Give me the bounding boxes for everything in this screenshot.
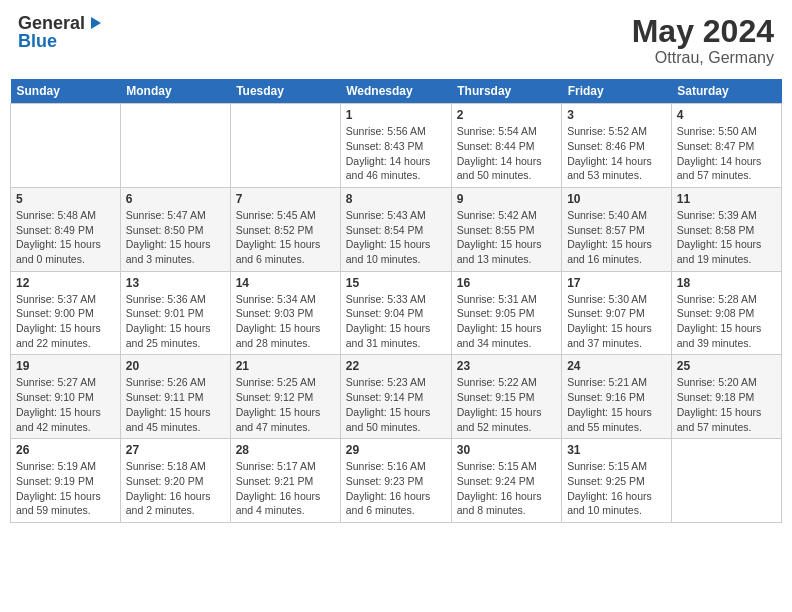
calendar-cell: 28Sunrise: 5:17 AMSunset: 9:21 PMDayligh…	[230, 439, 340, 523]
header-wednesday: Wednesday	[340, 79, 451, 104]
day-number: 25	[677, 359, 776, 373]
calendar-table: SundayMondayTuesdayWednesdayThursdayFrid…	[10, 79, 782, 523]
week-row-1: 1Sunrise: 5:56 AMSunset: 8:43 PMDaylight…	[11, 104, 782, 188]
day-detail: Sunrise: 5:26 AMSunset: 9:11 PMDaylight:…	[126, 375, 225, 434]
day-number: 5	[16, 192, 115, 206]
day-number: 7	[236, 192, 335, 206]
day-detail: Sunrise: 5:16 AMSunset: 9:23 PMDaylight:…	[346, 459, 446, 518]
day-number: 14	[236, 276, 335, 290]
calendar-cell: 4Sunrise: 5:50 AMSunset: 8:47 PMDaylight…	[671, 104, 781, 188]
calendar-cell: 1Sunrise: 5:56 AMSunset: 8:43 PMDaylight…	[340, 104, 451, 188]
calendar-cell: 15Sunrise: 5:33 AMSunset: 9:04 PMDayligh…	[340, 271, 451, 355]
day-detail: Sunrise: 5:30 AMSunset: 9:07 PMDaylight:…	[567, 292, 666, 351]
calendar-cell	[120, 104, 230, 188]
week-row-4: 19Sunrise: 5:27 AMSunset: 9:10 PMDayligh…	[11, 355, 782, 439]
day-number: 19	[16, 359, 115, 373]
calendar-cell: 8Sunrise: 5:43 AMSunset: 8:54 PMDaylight…	[340, 187, 451, 271]
day-number: 17	[567, 276, 666, 290]
day-detail: Sunrise: 5:37 AMSunset: 9:00 PMDaylight:…	[16, 292, 115, 351]
day-number: 2	[457, 108, 556, 122]
header-tuesday: Tuesday	[230, 79, 340, 104]
calendar-cell: 23Sunrise: 5:22 AMSunset: 9:15 PMDayligh…	[451, 355, 561, 439]
calendar-cell: 25Sunrise: 5:20 AMSunset: 9:18 PMDayligh…	[671, 355, 781, 439]
calendar-cell: 13Sunrise: 5:36 AMSunset: 9:01 PMDayligh…	[120, 271, 230, 355]
day-number: 27	[126, 443, 225, 457]
day-number: 18	[677, 276, 776, 290]
day-number: 28	[236, 443, 335, 457]
calendar-cell: 18Sunrise: 5:28 AMSunset: 9:08 PMDayligh…	[671, 271, 781, 355]
calendar-cell: 7Sunrise: 5:45 AMSunset: 8:52 PMDaylight…	[230, 187, 340, 271]
day-detail: Sunrise: 5:17 AMSunset: 9:21 PMDaylight:…	[236, 459, 335, 518]
logo: General Blue	[18, 14, 103, 50]
logo-blue-text: Blue	[18, 32, 57, 50]
logo-general-text: General	[18, 14, 85, 32]
calendar-header-row: SundayMondayTuesdayWednesdayThursdayFrid…	[11, 79, 782, 104]
day-detail: Sunrise: 5:31 AMSunset: 9:05 PMDaylight:…	[457, 292, 556, 351]
calendar-cell	[230, 104, 340, 188]
calendar-cell: 11Sunrise: 5:39 AMSunset: 8:58 PMDayligh…	[671, 187, 781, 271]
calendar-cell: 10Sunrise: 5:40 AMSunset: 8:57 PMDayligh…	[562, 187, 672, 271]
day-detail: Sunrise: 5:21 AMSunset: 9:16 PMDaylight:…	[567, 375, 666, 434]
calendar-cell: 17Sunrise: 5:30 AMSunset: 9:07 PMDayligh…	[562, 271, 672, 355]
day-detail: Sunrise: 5:56 AMSunset: 8:43 PMDaylight:…	[346, 124, 446, 183]
day-number: 24	[567, 359, 666, 373]
day-number: 10	[567, 192, 666, 206]
day-number: 21	[236, 359, 335, 373]
calendar-cell: 14Sunrise: 5:34 AMSunset: 9:03 PMDayligh…	[230, 271, 340, 355]
day-detail: Sunrise: 5:20 AMSunset: 9:18 PMDaylight:…	[677, 375, 776, 434]
day-detail: Sunrise: 5:25 AMSunset: 9:12 PMDaylight:…	[236, 375, 335, 434]
month-title: May 2024	[632, 14, 774, 49]
header-monday: Monday	[120, 79, 230, 104]
location-title: Ottrau, Germany	[632, 49, 774, 67]
week-row-3: 12Sunrise: 5:37 AMSunset: 9:00 PMDayligh…	[11, 271, 782, 355]
header-sunday: Sunday	[11, 79, 121, 104]
calendar-cell: 26Sunrise: 5:19 AMSunset: 9:19 PMDayligh…	[11, 439, 121, 523]
day-detail: Sunrise: 5:43 AMSunset: 8:54 PMDaylight:…	[346, 208, 446, 267]
week-row-2: 5Sunrise: 5:48 AMSunset: 8:49 PMDaylight…	[11, 187, 782, 271]
calendar-cell: 21Sunrise: 5:25 AMSunset: 9:12 PMDayligh…	[230, 355, 340, 439]
page-header: General Blue May 2024 Ottrau, Germany	[10, 10, 782, 71]
day-detail: Sunrise: 5:19 AMSunset: 9:19 PMDaylight:…	[16, 459, 115, 518]
day-detail: Sunrise: 5:50 AMSunset: 8:47 PMDaylight:…	[677, 124, 776, 183]
calendar-cell: 12Sunrise: 5:37 AMSunset: 9:00 PMDayligh…	[11, 271, 121, 355]
day-detail: Sunrise: 5:15 AMSunset: 9:24 PMDaylight:…	[457, 459, 556, 518]
day-detail: Sunrise: 5:33 AMSunset: 9:04 PMDaylight:…	[346, 292, 446, 351]
calendar-cell: 30Sunrise: 5:15 AMSunset: 9:24 PMDayligh…	[451, 439, 561, 523]
day-detail: Sunrise: 5:42 AMSunset: 8:55 PMDaylight:…	[457, 208, 556, 267]
calendar-cell: 22Sunrise: 5:23 AMSunset: 9:14 PMDayligh…	[340, 355, 451, 439]
day-number: 13	[126, 276, 225, 290]
calendar-cell	[671, 439, 781, 523]
day-number: 8	[346, 192, 446, 206]
day-number: 15	[346, 276, 446, 290]
calendar-cell: 27Sunrise: 5:18 AMSunset: 9:20 PMDayligh…	[120, 439, 230, 523]
day-detail: Sunrise: 5:40 AMSunset: 8:57 PMDaylight:…	[567, 208, 666, 267]
day-detail: Sunrise: 5:48 AMSunset: 8:49 PMDaylight:…	[16, 208, 115, 267]
header-thursday: Thursday	[451, 79, 561, 104]
day-detail: Sunrise: 5:34 AMSunset: 9:03 PMDaylight:…	[236, 292, 335, 351]
calendar-cell: 2Sunrise: 5:54 AMSunset: 8:44 PMDaylight…	[451, 104, 561, 188]
week-row-5: 26Sunrise: 5:19 AMSunset: 9:19 PMDayligh…	[11, 439, 782, 523]
calendar-cell: 9Sunrise: 5:42 AMSunset: 8:55 PMDaylight…	[451, 187, 561, 271]
day-detail: Sunrise: 5:54 AMSunset: 8:44 PMDaylight:…	[457, 124, 556, 183]
calendar-cell: 5Sunrise: 5:48 AMSunset: 8:49 PMDaylight…	[11, 187, 121, 271]
day-detail: Sunrise: 5:18 AMSunset: 9:20 PMDaylight:…	[126, 459, 225, 518]
calendar-cell: 29Sunrise: 5:16 AMSunset: 9:23 PMDayligh…	[340, 439, 451, 523]
day-number: 29	[346, 443, 446, 457]
calendar-cell: 3Sunrise: 5:52 AMSunset: 8:46 PMDaylight…	[562, 104, 672, 188]
day-number: 20	[126, 359, 225, 373]
calendar-cell	[11, 104, 121, 188]
day-number: 11	[677, 192, 776, 206]
calendar-cell: 24Sunrise: 5:21 AMSunset: 9:16 PMDayligh…	[562, 355, 672, 439]
day-number: 26	[16, 443, 115, 457]
title-section: May 2024 Ottrau, Germany	[632, 14, 774, 67]
day-number: 9	[457, 192, 556, 206]
calendar-cell: 31Sunrise: 5:15 AMSunset: 9:25 PMDayligh…	[562, 439, 672, 523]
calendar-cell: 19Sunrise: 5:27 AMSunset: 9:10 PMDayligh…	[11, 355, 121, 439]
day-detail: Sunrise: 5:39 AMSunset: 8:58 PMDaylight:…	[677, 208, 776, 267]
day-detail: Sunrise: 5:52 AMSunset: 8:46 PMDaylight:…	[567, 124, 666, 183]
day-number: 16	[457, 276, 556, 290]
svg-marker-0	[91, 17, 101, 29]
day-number: 4	[677, 108, 776, 122]
day-number: 3	[567, 108, 666, 122]
calendar-cell: 20Sunrise: 5:26 AMSunset: 9:11 PMDayligh…	[120, 355, 230, 439]
